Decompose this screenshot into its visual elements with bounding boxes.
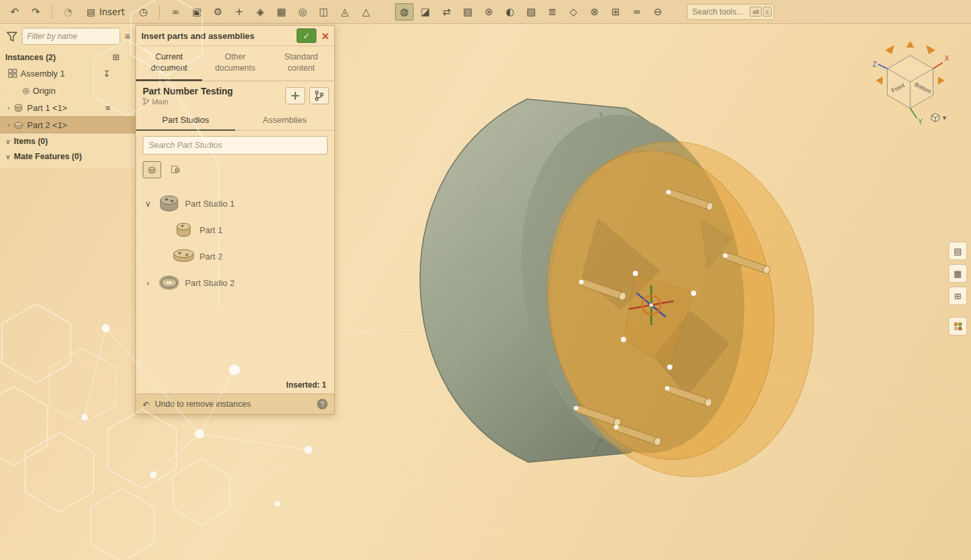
insert-button-label: Insert	[99, 7, 125, 17]
undo-footer-label: Undo to remove instances	[155, 400, 250, 409]
undo-footer[interactable]: ↶ Undo to remove instances ?	[136, 394, 334, 414]
configurations-icon[interactable]: ⊛	[480, 3, 498, 20]
chevron-down-icon: ▾	[943, 114, 947, 122]
explode-icon[interactable]: ◬	[336, 3, 354, 20]
section-view-icon[interactable]: ◪	[416, 3, 435, 20]
chevron-down-icon[interactable]: ∨	[5, 153, 11, 161]
help-icon[interactable]: ?	[317, 399, 328, 409]
filter-part-studios-button[interactable]	[166, 161, 185, 178]
c-key-badge: c	[763, 7, 772, 17]
mate-relation-icon[interactable]: ⚙	[209, 3, 227, 20]
tree-item-part-2[interactable]: › Part 2 <1>	[0, 116, 135, 133]
check-icon: ✓	[303, 31, 310, 41]
z-axis-label: Z	[873, 61, 877, 68]
studio-tree: ∨ Part Studio 1 Part 1 Part 2 › Part Stu…	[136, 184, 334, 296]
y-axis	[910, 108, 917, 118]
toolbar-search: alt c	[687, 4, 774, 20]
mate-connector-icon[interactable]: +	[230, 3, 248, 20]
mate-icon[interactable]: ∞	[166, 3, 185, 20]
filter-funnel-icon[interactable]	[7, 32, 17, 42]
view-cube-home-button[interactable]: ▾	[930, 112, 947, 123]
replace-instance-icon[interactable]: ⇄	[437, 3, 456, 20]
bom-icon[interactable]: ≣	[543, 3, 561, 20]
tree-item-part-1[interactable]: Part 1	[136, 217, 334, 243]
frame-icon[interactable]: ⊞	[606, 3, 625, 20]
instances-header[interactable]: Instances (2) ⊞	[0, 49, 135, 65]
chevron-down-icon[interactable]: ∨	[5, 137, 11, 146]
named-positions-icon[interactable]: △	[357, 3, 375, 20]
tab-current-document[interactable]: Current document	[136, 46, 202, 81]
filter-by-name-input[interactable]	[22, 28, 120, 45]
tab-standard-content[interactable]: Standard content	[268, 46, 334, 81]
assembly-icon	[8, 69, 17, 78]
measure-icon[interactable]: ◇	[564, 3, 583, 20]
tab-part-studios[interactable]: Part Studios	[136, 110, 235, 130]
versions-button[interactable]	[309, 87, 329, 104]
tree-item-part-1[interactable]: › Part 1 <1> ≡	[0, 99, 135, 116]
search-part-studios-input[interactable]	[143, 136, 328, 155]
insert-button[interactable]: ▤ Insert	[80, 3, 131, 20]
replicate-icon[interactable]: ◈	[251, 3, 270, 20]
linear-pattern-icon[interactable]: ▦	[272, 3, 291, 20]
mate-features-header[interactable]: ∨ Mate Features (0)	[0, 149, 135, 164]
filter-parts-button[interactable]	[143, 161, 161, 178]
top-toolbar: ↶ ↷ ◔ ▤ Insert ◷ ∞ ▣ ⚙ + ◈ ▦ ◎ ◫ ◬ △ ◍ ◪…	[0, 0, 971, 24]
add-instance-icon[interactable]: ⊞	[112, 52, 120, 62]
display-states-icon[interactable]: ◐	[501, 3, 519, 20]
tree-item-origin[interactable]: ◎ Origin	[0, 82, 135, 99]
chevron-right-icon[interactable]: ›	[141, 278, 155, 288]
workspace-row[interactable]: Main	[143, 98, 233, 106]
part-studio-icon	[155, 193, 184, 213]
parts-list-icon[interactable]: ▦	[949, 264, 967, 283]
filter-buttons	[136, 160, 334, 184]
pattern-icon[interactable]: ▧	[458, 3, 477, 20]
tree-item-label: Part Studio 2	[185, 278, 234, 288]
mirror-icon[interactable]: ◫	[314, 3, 333, 20]
mate-list-icon[interactable]: ≡	[105, 103, 110, 113]
rollback-icon[interactable]: ◔	[59, 3, 77, 20]
tree-item-part-studio-2[interactable]: › Part Studio 2	[136, 269, 334, 296]
x-axis-label: X	[945, 55, 949, 62]
items-header-label: Items (0)	[14, 137, 48, 146]
subtab-label: Part Studios	[162, 115, 209, 125]
tree-item-part-2[interactable]: Part 2	[136, 243, 334, 269]
filter-row: ≡	[0, 24, 135, 49]
confirm-button[interactable]: ✓	[297, 28, 316, 43]
tree-item-assembly-1[interactable]: Assembly 1 ↧	[0, 65, 135, 82]
tree-item-label: Part 2	[199, 252, 223, 262]
tab-other-documents[interactable]: Other documents	[202, 46, 268, 81]
tree-item-label: Origin	[32, 86, 55, 96]
insert-mate-connector-button[interactable]	[285, 87, 305, 104]
redo-icon[interactable]: ↷	[26, 3, 45, 20]
y-axis-label: Y	[918, 118, 923, 125]
dialog-tabs: Current document Other documents Standar…	[136, 46, 334, 81]
chevron-right-icon[interactable]: ›	[4, 121, 13, 129]
insert-duplicate-icon[interactable]: ⊞	[949, 287, 967, 305]
fix-icon[interactable]: ↧	[103, 69, 110, 79]
insert-part-studio-icon[interactable]: ◍	[395, 3, 414, 20]
insert-dialog: Insert parts and assemblies ✓ × Current …	[135, 25, 335, 415]
group-icon[interactable]: ▣	[188, 3, 206, 20]
appearance-icon[interactable]: ▨	[522, 3, 540, 20]
cube-faces[interactable]	[887, 55, 933, 108]
undo-icon[interactable]: ↶	[5, 3, 24, 20]
dialog-title: Insert parts and assemblies	[141, 31, 297, 41]
appearance-panel-icon[interactable]	[949, 317, 967, 335]
items-header[interactable]: ∨ Items (0)	[0, 133, 135, 149]
mass-properties-icon[interactable]: ⊖	[649, 3, 667, 20]
tree-item-part-studio-1[interactable]: ∨ Part Studio 1	[136, 190, 334, 217]
list-options-icon[interactable]: ≡	[125, 31, 130, 42]
tab-label-line2: document	[136, 63, 202, 74]
close-button[interactable]: ×	[322, 30, 329, 42]
interference-icon[interactable]: ⊗	[585, 3, 604, 20]
chevron-right-icon[interactable]: ›	[4, 104, 13, 112]
history-icon[interactable]: ◷	[134, 3, 153, 20]
tab-label-line2: documents	[202, 63, 268, 74]
chevron-down-icon[interactable]: ∨	[141, 199, 155, 209]
tab-assemblies[interactable]: Assemblies	[235, 110, 334, 130]
branch-icon	[143, 98, 149, 106]
view-cube[interactable]: Front Bottom Z X Y	[860, 28, 966, 127]
circular-pattern-icon[interactable]: ◎	[293, 3, 312, 20]
document-panel-icon[interactable]: ▤	[949, 242, 967, 260]
simulation-icon[interactable]: ≈	[628, 3, 646, 20]
